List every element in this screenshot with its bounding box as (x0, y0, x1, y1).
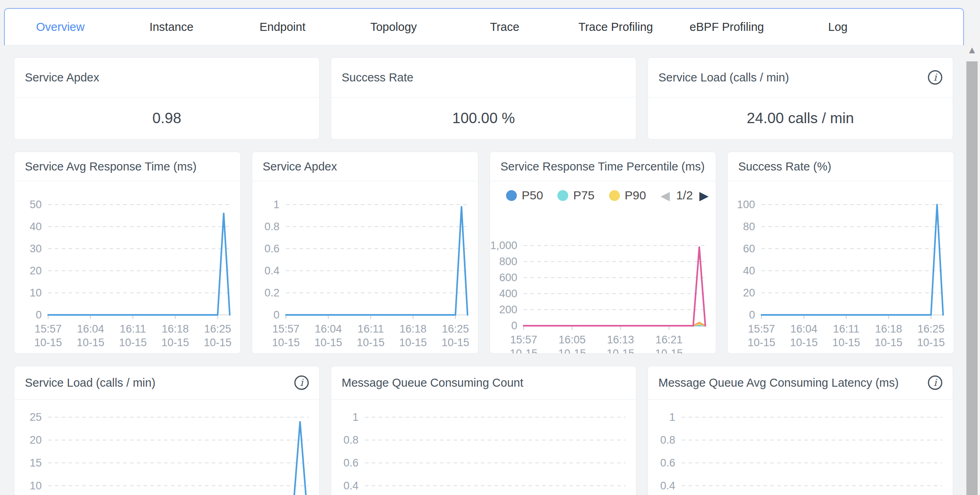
metric-value: 100.00 % (331, 97, 636, 139)
card-mq-consuming-count-chart: Message Queue Consuming Count 10.80.60.4… (331, 366, 636, 495)
tab-topology[interactable]: Topology (338, 20, 449, 34)
svg-text:80: 80 (743, 221, 755, 233)
tab-overview[interactable]: Overview (5, 20, 116, 34)
svg-text:200: 200 (499, 304, 517, 316)
svg-text:10-15: 10-15 (875, 337, 903, 349)
svg-text:20: 20 (743, 287, 755, 299)
svg-text:10-15: 10-15 (441, 337, 469, 349)
info-icon[interactable]: i (928, 70, 942, 85)
svg-text:1: 1 (273, 199, 279, 211)
tab-endpoint[interactable]: Endpoint (227, 20, 338, 34)
avg-response-time-line-chart: 5040302010015:5710-1516:0410-1516:1110-1… (14, 181, 240, 354)
info-icon[interactable]: i (928, 375, 942, 390)
svg-text:16:11: 16:11 (833, 323, 860, 335)
svg-text:10-15: 10-15 (607, 347, 634, 354)
scrollbar-thumb[interactable] (966, 61, 978, 495)
svg-text:0.4: 0.4 (660, 480, 675, 492)
svg-text:16:21: 16:21 (656, 334, 683, 346)
tab-trace[interactable]: Trace (449, 20, 560, 34)
service-load-line-chart: 2520151050 (14, 400, 319, 495)
legend-item-p90[interactable]: P90 (609, 189, 646, 202)
svg-text:15:57: 15:57 (34, 323, 62, 335)
card-response-time-percentile-chart: Service Response Time Percentile (ms) P5… (490, 152, 716, 354)
svg-text:10-15: 10-15 (790, 337, 818, 349)
success-rate-line-chart: 10080604020015:5710-1516:0410-1516:1110-… (728, 181, 954, 354)
tab-instance[interactable]: Instance (116, 20, 227, 34)
percentile-legend: P50 P75 P90 ◀ 1/2 ▶ (490, 181, 716, 205)
svg-text:16:05: 16:05 (559, 334, 586, 346)
legend-item-p50[interactable]: P50 (506, 189, 543, 202)
svg-text:1: 1 (352, 411, 358, 423)
svg-text:10-15: 10-15 (34, 337, 62, 349)
legend-prev-page-icon[interactable]: ◀ (660, 189, 670, 203)
tab-log[interactable]: Log (782, 20, 893, 34)
svg-text:20: 20 (30, 265, 42, 277)
card-title: Service Apdex (263, 160, 468, 173)
metric-value: 24.00 calls / min (648, 97, 953, 139)
svg-text:10-15: 10-15 (558, 347, 586, 354)
svg-text:10-15: 10-15 (272, 337, 300, 349)
card-success-rate-chart: Success Rate (%) 10080604020015:5710-151… (727, 152, 954, 354)
legend-item-p75[interactable]: P75 (557, 189, 594, 202)
card-title: Service Apdex (25, 71, 309, 84)
svg-text:16:13: 16:13 (607, 334, 634, 346)
p50-dot-icon (506, 190, 517, 201)
svg-text:10-15: 10-15 (399, 337, 427, 349)
svg-text:1: 1 (669, 411, 675, 423)
svg-text:10-15: 10-15 (77, 337, 104, 349)
svg-text:16:11: 16:11 (120, 323, 146, 335)
card-title: Service Avg Response Time (ms) (25, 160, 230, 173)
svg-text:0.8: 0.8 (343, 434, 358, 446)
svg-text:16:25: 16:25 (442, 323, 469, 335)
svg-text:10-15: 10-15 (119, 337, 147, 349)
svg-text:16:18: 16:18 (162, 323, 189, 335)
svg-text:10-15: 10-15 (832, 337, 860, 349)
svg-text:600: 600 (499, 272, 517, 284)
svg-text:0.6: 0.6 (264, 243, 279, 255)
scroll-up-arrow-icon[interactable]: ▲ (964, 44, 980, 56)
card-service-apdex-metric: Service Apdex 0.98 (14, 57, 320, 140)
legend-pager: ◀ 1/2 ▶ (660, 189, 709, 203)
card-title: Success Rate (342, 71, 626, 84)
svg-text:10-15: 10-15 (510, 347, 537, 354)
svg-text:40: 40 (30, 221, 42, 233)
vertical-scrollbar[interactable]: ▲ (964, 34, 980, 495)
mq-consuming-latency-chart: 10.80.60.40.20 (648, 400, 953, 495)
legend-next-page-icon[interactable]: ▶ (699, 189, 709, 203)
info-icon[interactable]: i (294, 375, 309, 390)
svg-text:30: 30 (30, 243, 42, 255)
svg-text:0: 0 (749, 309, 755, 321)
svg-text:16:18: 16:18 (399, 323, 427, 335)
card-service-load-chart: Service Load (calls / min) i 2520151050 (14, 366, 320, 495)
svg-text:10-15: 10-15 (204, 337, 231, 349)
card-success-rate-metric: Success Rate 100.00 % (331, 57, 636, 140)
svg-text:0.8: 0.8 (264, 221, 279, 233)
svg-text:40: 40 (743, 265, 755, 277)
tab-trace-profiling[interactable]: Trace Profiling (560, 20, 671, 34)
svg-text:10-15: 10-15 (917, 337, 945, 349)
card-avg-response-time-chart: Service Avg Response Time (ms) 504030201… (14, 152, 241, 354)
tab-ebpf-profiling[interactable]: eBPF Profiling (671, 20, 782, 34)
svg-text:10-15: 10-15 (162, 337, 189, 349)
svg-text:0.8: 0.8 (660, 434, 675, 446)
metric-value: 0.98 (14, 97, 319, 139)
svg-text:16:25: 16:25 (917, 323, 945, 335)
svg-text:1,000: 1,000 (490, 239, 517, 252)
p75-dot-icon (557, 190, 568, 201)
svg-text:15:57: 15:57 (748, 323, 775, 335)
svg-text:0.6: 0.6 (660, 457, 675, 469)
svg-text:16:18: 16:18 (875, 323, 902, 335)
p90-dot-icon (609, 190, 620, 201)
svg-text:10-15: 10-15 (747, 337, 775, 349)
svg-text:10-15: 10-15 (314, 337, 342, 349)
svg-text:0: 0 (273, 309, 279, 321)
card-service-apdex-chart: Service Apdex 10.80.60.40.2015:5710-1516… (252, 152, 478, 354)
card-title: Message Queue Avg Consuming Latency (ms) (658, 376, 928, 390)
card-title: Message Queue Consuming Count (342, 376, 626, 390)
card-mq-consuming-latency-chart: Message Queue Avg Consuming Latency (ms)… (648, 366, 953, 495)
card-service-load-metric: Service Load (calls / min) i 24.00 calls… (648, 57, 953, 140)
svg-text:10: 10 (30, 480, 42, 492)
card-title: Service Response Time Percentile (ms) (500, 160, 705, 173)
svg-text:20: 20 (30, 434, 42, 446)
svg-text:25: 25 (30, 411, 42, 423)
